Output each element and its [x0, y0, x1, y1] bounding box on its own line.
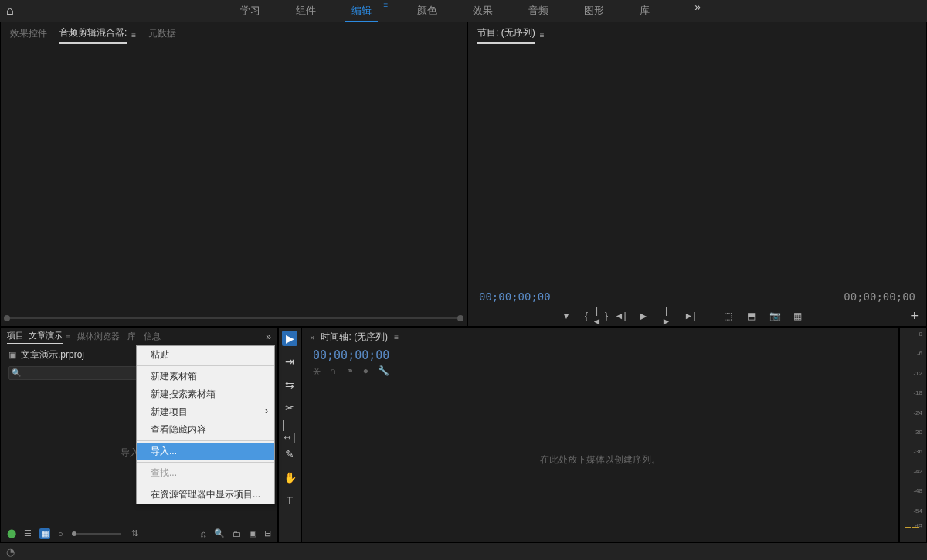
add-marker-icon[interactable]: ▾ [561, 311, 572, 321]
step-back-icon[interactable]: ◄| [615, 311, 626, 321]
timeline-header: × 时间轴: (无序列) ≡ [302, 328, 898, 347]
slip-tool-icon[interactable]: |↔| [282, 423, 297, 439]
extract-icon[interactable]: ⬒ [746, 311, 757, 321]
timeline-title: 时间轴: (无序列) [321, 331, 388, 344]
timeline-drop-area[interactable]: 在此处放下媒体以创建序列。 [302, 378, 898, 542]
freeform-view-icon[interactable]: ○ [58, 529, 63, 538]
meter-scale: 0 -6 -12 -18 -24 -30 -36 -42 -48 -54 dB [898, 331, 925, 527]
program-tab[interactable]: 节目: (无序列) [477, 26, 535, 44]
list-view-icon[interactable]: ☰ [24, 528, 32, 538]
zoom-handle-right[interactable] [457, 315, 464, 321]
menu-show-in-explorer[interactable]: 在资源管理器中显示项目... [137, 486, 274, 504]
timeline-panel: × 时间轴: (无序列) ≡ 00;00;00;00 ⚹ ∩ ⚭ ● 🔧 在此处… [301, 327, 899, 543]
ripple-edit-tool-icon[interactable]: ⇆ [282, 377, 297, 392]
timeline-timecode[interactable]: 00;00;00;00 [313, 348, 389, 362]
menu-import[interactable]: 导入... [137, 443, 274, 460]
project-file-name: 文章演示.prproj [21, 348, 84, 361]
source-panel-tabs: 效果控件 音频剪辑混合器: ≡ 元数据 [1, 22, 467, 44]
workspace-tab-editing[interactable]: 编辑 [345, 1, 378, 22]
tab-metadata[interactable]: 元数据 [148, 27, 176, 43]
menu-separator [137, 440, 274, 441]
context-menu: 粘贴 新建素材箱 新建搜索素材箱 新建项目 查看隐藏内容 导入... 查找...… [136, 345, 275, 504]
mark-out-icon[interactable]: } [601, 311, 612, 321]
workspace-tab-assembly[interactable]: 组件 [290, 1, 322, 22]
comparison-icon[interactable]: ▦ [793, 311, 803, 321]
find-icon[interactable]: 🔍 [214, 528, 225, 538]
new-bin-icon[interactable]: 🗀 [233, 529, 241, 538]
lift-icon[interactable]: ⬚ [723, 311, 734, 321]
marker-icon[interactable]: ● [363, 365, 368, 376]
sort-icon[interactable]: ⇅ [131, 528, 138, 538]
project-tab-libraries[interactable]: 库 [127, 331, 136, 344]
export-frame-icon[interactable]: 📷 [769, 311, 780, 321]
workspace-tab-graphics[interactable]: 图形 [578, 1, 610, 22]
timeline-title-prefix: 时间轴: [321, 331, 351, 342]
workspace-overflow-icon[interactable]: » [694, 1, 701, 22]
status-bar: ◔ [0, 543, 927, 560]
program-timecode-current[interactable]: 00;00;00;00 [479, 290, 551, 303]
project-tabs: 项目: 文章演示 ≡ 媒体浏览器 库 信息 » [1, 328, 277, 346]
home-icon[interactable]: ⌂ [6, 4, 14, 18]
workspace-tab-audio[interactable]: 音频 [522, 1, 555, 22]
mark-in-icon[interactable]: { [581, 311, 592, 321]
icon-view-icon[interactable]: ▦ [39, 528, 50, 539]
program-title-prefix: 节目: [477, 27, 498, 38]
meter-tick: -6 [917, 350, 922, 357]
program-monitor-content [468, 44, 926, 287]
project-tabs-overflow-icon[interactable]: » [266, 331, 271, 342]
timeline-menu-icon[interactable]: ≡ [394, 333, 399, 341]
tab-audio-clip-mixer[interactable]: 音频剪辑混合器: [59, 26, 127, 44]
play-icon[interactable]: ▶ [638, 311, 649, 321]
button-editor-icon[interactable]: + [910, 308, 919, 324]
workspace-tab-effects[interactable]: 效果 [467, 1, 499, 22]
menu-paste[interactable]: 粘贴 [137, 346, 274, 364]
new-item-icon[interactable]: ▣ [249, 528, 256, 538]
workspace-tab-learn[interactable]: 学习 [234, 1, 267, 22]
linked-selection-icon[interactable]: ⚭ [346, 365, 354, 376]
workspace-menu-icon[interactable]: ≡ [384, 1, 389, 22]
writable-icon[interactable]: ⬤ [7, 528, 16, 538]
project-tab-info[interactable]: 信息 [144, 331, 161, 344]
workspace-tab-color[interactable]: 颜色 [411, 1, 443, 22]
go-to-out-icon[interactable]: ►| [684, 311, 695, 321]
selection-tool-icon[interactable]: ▶ [282, 331, 297, 346]
thumbnail-zoom-slider[interactable] [74, 533, 121, 535]
project-toolbar: ⬤ ☰ ▦ ○ ⇅ ⎌ 🔍 🗀 ▣ ⊟ [1, 524, 277, 542]
meter-bar-left [905, 527, 911, 528]
project-tab-media-browser[interactable]: 媒体浏览器 [77, 331, 120, 344]
menu-new-search-bin[interactable]: 新建搜索素材箱 [137, 385, 274, 403]
menu-view-hidden[interactable]: 查看隐藏内容 [137, 421, 274, 439]
menu-new-item[interactable]: 新建项目 [137, 403, 274, 421]
source-monitor-content [1, 44, 467, 314]
menu-separator [137, 462, 274, 463]
tab-effect-controls[interactable]: 效果控件 [10, 27, 47, 43]
project-tab-menu-icon[interactable]: ≡ [66, 333, 70, 341]
project-tab-project[interactable]: 项目: 文章演示 [7, 330, 63, 344]
meter-tick: -30 [913, 429, 922, 436]
meter-tick: 0 [919, 331, 922, 338]
source-panel: 效果控件 音频剪辑混合器: ≡ 元数据 [0, 22, 467, 327]
nest-toggle-icon[interactable]: ⚹ [313, 365, 321, 376]
settings-icon[interactable]: 🔧 [378, 365, 389, 376]
automate-to-sequence-icon[interactable]: ⎌ [201, 529, 206, 538]
status-indicator-icon[interactable]: ◔ [6, 546, 15, 558]
source-zoom-bar[interactable] [4, 314, 464, 323]
track-select-tool-icon[interactable]: ⇥ [282, 354, 297, 369]
razor-tool-icon[interactable]: ✂ [282, 400, 297, 416]
clear-icon[interactable]: ⊟ [264, 528, 271, 538]
meter-tick: -18 [913, 389, 922, 396]
tools-panel: ▶ ⇥ ⇆ ✂ |↔| ✎ ✋ T [278, 327, 301, 543]
program-menu-icon[interactable]: ≡ [540, 31, 545, 39]
zoom-handle-left[interactable] [4, 315, 10, 321]
hand-tool-icon[interactable]: ✋ [282, 470, 297, 485]
audio-meter-panel: 0 -6 -12 -18 -24 -30 -36 -42 -48 -54 dB [899, 327, 927, 543]
panel-menu-icon[interactable]: ≡ [131, 31, 136, 39]
workspace-tab-libraries[interactable]: 库 [633, 1, 656, 22]
pen-tool-icon[interactable]: ✎ [282, 446, 297, 462]
step-forward-icon[interactable]: |► [661, 305, 672, 327]
type-tool-icon[interactable]: T [282, 493, 297, 508]
timeline-close-icon[interactable]: × [310, 333, 314, 342]
menu-new-bin[interactable]: 新建素材箱 [137, 368, 274, 385]
project-file-icon: ▣ [8, 350, 16, 360]
snap-icon[interactable]: ∩ [330, 365, 337, 376]
